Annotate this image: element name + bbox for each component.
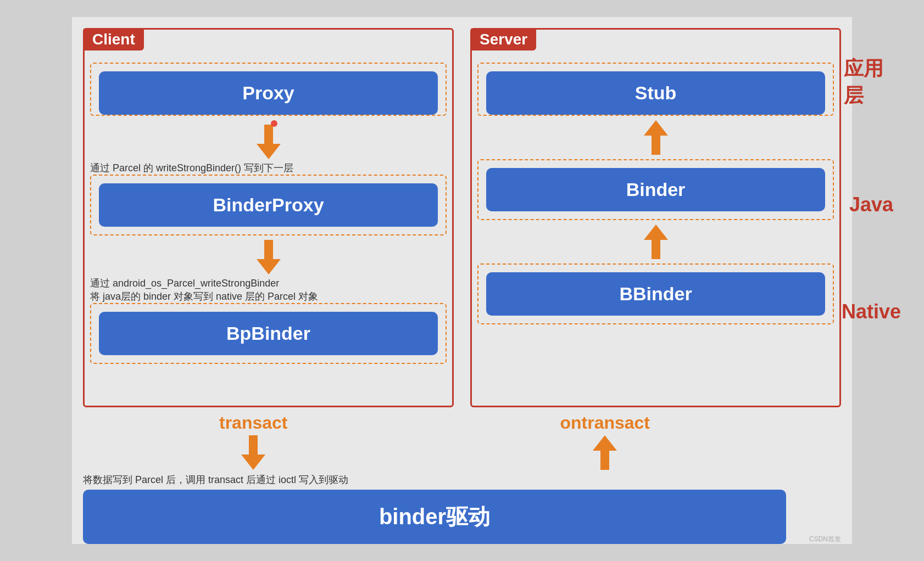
layer-labels-col: 应用层 Java Native — [844, 28, 899, 407]
server-arrow-1 — [477, 116, 834, 159]
server-native-section: BBinder — [477, 263, 834, 324]
arrow-shaft-down-2 — [264, 240, 273, 259]
client-label: Client — [84, 29, 144, 51]
server-arrow-2 — [477, 220, 834, 263]
arrow-annotation-2: 通过 android_os_Parcel_writeStrongBinder 将… — [90, 235, 447, 303]
native-layer-label: Native — [844, 300, 899, 323]
server-java-section: Binder — [477, 159, 834, 220]
server-app-section: Stub — [477, 63, 834, 116]
annotation-text-2b: 将 java层的 binder 对象写到 native 层的 Parcel 对象 — [90, 290, 318, 303]
transact-head — [241, 455, 265, 470]
arrow-shaft-down-1 — [264, 125, 273, 144]
arrow-annotation-1: 通过 Parcel 的 writeStrongBinder() 写到下一层 — [90, 116, 447, 175]
arrow-head-down-2 — [257, 259, 281, 274]
panels-row: Client Proxy — [83, 28, 841, 407]
ontransact-label: ontransact — [560, 413, 650, 433]
ontransact-head — [593, 435, 617, 451]
stub-box: Stub — [486, 71, 825, 115]
bp-binder-box: BpBinder — [99, 312, 438, 355]
client-native-section: BpBinder — [90, 303, 447, 364]
ontransact-shaft — [600, 451, 609, 470]
diagram-wrapper: Client Proxy — [72, 17, 852, 544]
spacer3 — [844, 323, 899, 407]
bottom-annotation: 将数据写到 Parcel 后，调用 transact 后通过 ioctl 写入到… — [83, 473, 786, 486]
bbinder-box: BBinder — [486, 272, 825, 316]
transact-item: transact — [219, 413, 288, 470]
ontransact-item: ontransact — [560, 413, 650, 470]
transact-row: transact ontransact — [83, 413, 786, 470]
red-dot — [271, 120, 277, 127]
annotation-text-2a: 通过 android_os_Parcel_writeStrongBinder — [90, 277, 279, 290]
arrow-shaft-up-1 — [652, 136, 660, 155]
diagram-container: Client Proxy — [83, 28, 841, 544]
arrow-head-down-1 — [257, 144, 281, 159]
transact-label: transact — [219, 413, 288, 433]
spacer1 — [844, 109, 899, 193]
proxy-box: Proxy — [99, 71, 438, 115]
server-panel: Server Stub Binder — [470, 28, 841, 407]
arrow-head-up-2 — [644, 225, 668, 240]
transact-shaft — [249, 435, 258, 455]
bottom-section: transact ontransact 将数据写到 Parcel 后，调用 tr… — [83, 413, 786, 544]
client-java-section: BinderProxy — [90, 175, 447, 235]
arrow-shaft-up-2 — [652, 240, 660, 259]
binder-proxy-box: BinderProxy — [99, 183, 438, 227]
java-layer-label: Java — [844, 193, 899, 216]
binder-driver-box: binder驱动 — [83, 490, 786, 544]
arrow-head-up-1 — [644, 120, 668, 136]
client-panel: Client Proxy — [83, 28, 454, 407]
client-app-section: Proxy — [90, 63, 447, 116]
server-label: Server — [471, 29, 536, 51]
spacer2 — [844, 216, 899, 300]
annotation-text-1: 通过 Parcel 的 writeStrongBinder() 写到下一层 — [90, 161, 293, 175]
watermark: CSDN首发 — [809, 535, 841, 544]
app-layer-label: 应用层 — [844, 55, 899, 109]
binder-box: Binder — [486, 168, 825, 211]
